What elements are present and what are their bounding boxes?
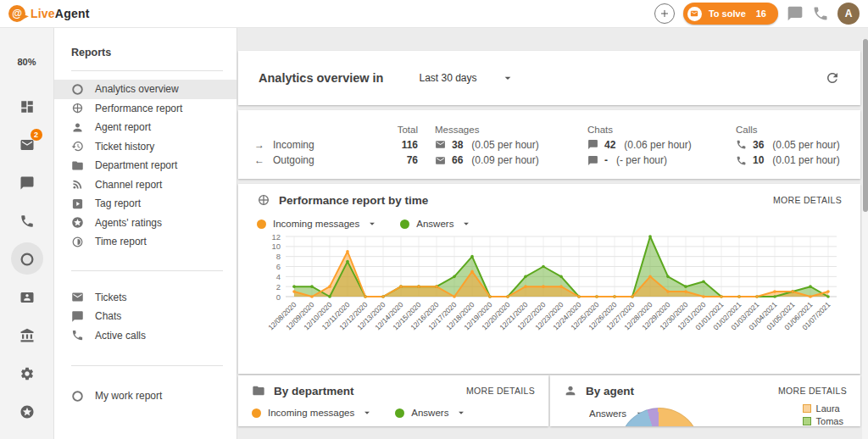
nav-item-tag-report[interactable]: Tag report [54, 194, 236, 214]
chat-icon [19, 175, 35, 191]
nav-item-label: Analytics overview [95, 83, 179, 95]
contacts-icon [19, 290, 35, 305]
rail-contacts-button[interactable] [8, 278, 46, 316]
main-content: Analytics overview in Last 30 days Total… [237, 28, 868, 439]
dept-legend-incoming-dropdown[interactable]: Incoming messages [252, 407, 373, 419]
nav-item-label: Tag report [95, 197, 141, 209]
reports-panel-title: Reports [54, 47, 236, 58]
envelope-icon [435, 139, 446, 150]
rail-chats-button[interactable] [8, 164, 46, 202]
chats-outgoing: -(- per hour) [570, 154, 719, 166]
top-bar: @ LiveAgent To solve 16 A [0, 0, 868, 28]
nav-item-label: Channel report [95, 179, 162, 191]
chats-topbar-button[interactable] [787, 5, 804, 22]
messages-incoming: 38(0.05 per hour) [418, 139, 570, 151]
svg-text:8: 8 [276, 252, 281, 261]
nav-item-chats[interactable]: Chats [54, 307, 236, 326]
rail-company-button[interactable] [8, 316, 46, 354]
target-icon [71, 102, 84, 114]
col-header-chats: Chats [570, 125, 719, 135]
phone-icon [736, 139, 747, 150]
nav-item-agents-ratings[interactable]: Agents' ratings [54, 214, 236, 233]
date-range-value: Last 30 days [419, 72, 476, 84]
divider [71, 70, 223, 71]
phone-icon [71, 329, 84, 342]
tag-icon [71, 197, 84, 210]
chevron-down-icon [366, 218, 378, 230]
nav-item-tickets[interactable]: Tickets [54, 288, 236, 308]
phone-icon [736, 155, 747, 166]
brand-name: LiveAgent [31, 7, 90, 20]
legend-item-tomas: Tomas [803, 416, 843, 426]
legend-answers-dropdown[interactable]: Answers [400, 218, 472, 230]
row-label-outgoing: ←Outgoing [254, 154, 379, 166]
green-dot-icon [400, 220, 409, 229]
chevron-down-icon [460, 218, 472, 230]
to-solve-label: To solve [709, 8, 746, 19]
rail-dashboard-button[interactable] [8, 87, 46, 125]
to-solve-button[interactable]: To solve 16 [683, 3, 778, 25]
chats-incoming: 42(0.06 per hour) [570, 139, 719, 151]
col-header-calls: Calls [719, 125, 860, 135]
nav-item-label: Department report [95, 159, 177, 171]
nav-item-label: Performance report [95, 103, 182, 114]
avatar[interactable]: A [837, 3, 860, 25]
svg-text:4: 4 [276, 272, 281, 281]
legend-item-laura: Laura [803, 403, 843, 414]
folder-icon [252, 384, 265, 397]
agent-more-details-link[interactable]: MORE DETAILS [778, 386, 847, 396]
nav-item-ticket-history[interactable]: Ticket history [54, 137, 236, 157]
total-incoming: 116 [379, 139, 418, 151]
rail-ratings-button[interactable] [8, 392, 46, 431]
rail-tickets-button[interactable]: 2 [8, 125, 46, 164]
nav-item-label: Tickets [95, 292, 127, 303]
overview-header-card: Analytics overview in Last 30 days [238, 51, 860, 105]
clock-half-icon [71, 236, 84, 248]
row-label-incoming: →Incoming [254, 139, 379, 151]
phone-icon [19, 214, 35, 229]
legend-incoming-dropdown[interactable]: Incoming messages [257, 218, 378, 230]
nav-item-agent-report[interactable]: Agent report [54, 118, 236, 137]
scrollbar-thumb[interactable] [863, 39, 868, 212]
nav-item-analytics-overview[interactable]: Analytics overview [54, 80, 236, 99]
rail-settings-button[interactable] [8, 354, 46, 392]
liveagent-logo[interactable]: @ LiveAgent [8, 5, 90, 22]
date-range-select[interactable]: Last 30 days [419, 71, 514, 85]
tomas-swatch-icon [803, 417, 811, 425]
nav-item-my-work-report[interactable]: My work report [54, 386, 236, 406]
laura-swatch-icon [803, 404, 811, 413]
arrow-right-icon: → [254, 139, 264, 151]
star-circle-icon [19, 404, 35, 420]
rail-reports-button[interactable] [8, 240, 46, 278]
nav-item-channel-report[interactable]: Channel report [54, 175, 236, 195]
rail-calls-button[interactable] [8, 202, 46, 240]
circle-icon [71, 390, 84, 403]
nav-item-label: Agents' ratings [95, 217, 162, 229]
nav-item-performance-report[interactable]: Performance report [54, 99, 236, 119]
total-outgoing: 76 [379, 154, 418, 166]
by-agent-title: By agent [586, 385, 634, 397]
gear-icon [19, 366, 35, 381]
person-icon [564, 384, 577, 397]
calls-topbar-button[interactable] [812, 5, 829, 22]
plus-icon [659, 8, 670, 19]
envelope-icon [71, 291, 84, 303]
page-title: Analytics overview in [259, 71, 383, 85]
performance-more-details-link[interactable]: MORE DETAILS [773, 195, 842, 205]
rss-icon [71, 178, 84, 191]
nav-item-time-report[interactable]: Time report [54, 232, 236, 252]
nav-item-department-report[interactable]: Department report [54, 156, 236, 175]
person-icon [71, 121, 84, 134]
add-new-button[interactable] [654, 3, 675, 24]
performance-chart: 02468101212/08/202012/09/202012/10/20201… [257, 233, 842, 353]
nav-item-active-calls[interactable]: Active calls [54, 326, 236, 346]
divider [71, 365, 223, 366]
orange-dot-icon [252, 408, 261, 418]
agent-pie-legend: Laura Tomas [803, 403, 843, 426]
percent-label: 80% [17, 57, 36, 67]
refresh-icon[interactable] [825, 70, 840, 86]
dept-legend-answers-dropdown[interactable]: Answers [395, 407, 467, 419]
folder-icon [71, 159, 84, 172]
reports-icon [19, 252, 35, 267]
department-more-details-link[interactable]: MORE DETAILS [466, 386, 535, 396]
